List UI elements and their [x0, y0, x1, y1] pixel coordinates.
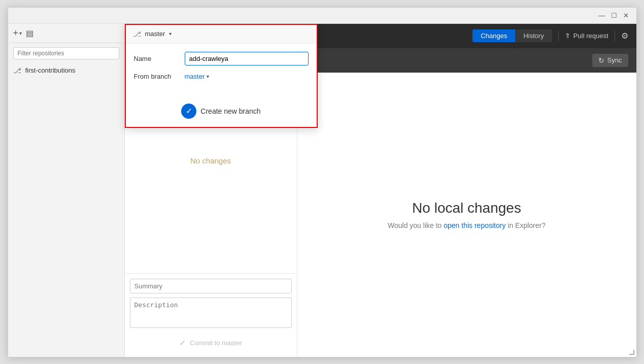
minimize-button[interactable]: — — [596, 9, 608, 21]
tab-changes[interactable]: Changes — [472, 29, 515, 42]
commit-area: ✓ Commit to master — [125, 273, 297, 357]
from-branch-label: From branch — [134, 73, 180, 80]
open-repository-link[interactable]: open this repository — [444, 221, 505, 229]
pull-request-label: Pull request — [573, 32, 608, 40]
name-label: Name — [134, 55, 180, 62]
close-button[interactable]: ✕ — [620, 9, 632, 21]
dropdown-caret-icon: ▾ — [169, 31, 172, 37]
repo-icon: ⎇ — [13, 67, 21, 75]
sync-button[interactable]: ↻ Sync — [592, 54, 628, 67]
repo-name-label: first-contributions — [25, 67, 76, 74]
name-form-row: Name — [134, 52, 309, 65]
dropdown-branch-icon: ⎇ — [133, 30, 141, 38]
no-local-sub-before: Would you like to — [388, 221, 444, 229]
create-branch-footer: ✓ Create new branch — [126, 98, 317, 127]
dropdown-master-label: master — [145, 30, 165, 38]
maximize-button[interactable]: ☐ — [608, 9, 620, 21]
no-local-changes-subtitle: Would you like to open this repository i… — [388, 221, 546, 229]
settings-button[interactable]: ⚙ — [621, 31, 628, 41]
sidebar: + ▾ ▤ ⎇ first-contributions — [8, 24, 125, 357]
summary-input[interactable] — [130, 279, 292, 293]
repository-item-first-contributions[interactable]: ⎇ first-contributions — [8, 63, 124, 78]
sync-icon: ↻ — [598, 56, 604, 64]
dropdown-body: Name From branch master ▾ — [126, 44, 317, 98]
sync-label: Sync — [607, 56, 622, 64]
caret-icon: ▾ — [19, 30, 22, 36]
divider — [558, 31, 559, 41]
from-branch-value-label: master — [185, 73, 205, 80]
create-branch-check-icon: ✓ — [181, 104, 196, 119]
main-layout: + ▾ ▤ ⎇ first-contributions ⎇ master ▾ — [8, 24, 636, 357]
right-panel: ↻ Sync No local changes Would you like t… — [297, 48, 636, 357]
titlebar: — ☐ ✕ — [8, 8, 636, 24]
create-new-branch-button[interactable]: ✓ Create new branch — [181, 104, 260, 119]
pull-request-icon: ⇑ — [565, 32, 570, 40]
filter-repositories-input[interactable] — [13, 47, 119, 59]
from-branch-caret-icon: ▾ — [207, 74, 209, 79]
commit-button[interactable]: ✓ Commit to master — [130, 334, 292, 352]
branch-name-input[interactable] — [185, 52, 309, 65]
pull-request-button[interactable]: ⇑ Pull request — [565, 32, 608, 40]
description-input[interactable] — [130, 297, 292, 328]
plus-icon: + — [13, 28, 19, 39]
resize-handle[interactable] — [629, 350, 634, 355]
no-local-changes-title: No local changes — [412, 200, 521, 216]
add-repository-button[interactable]: + ▾ — [13, 28, 22, 39]
create-branch-label: Create new branch — [200, 107, 260, 115]
from-branch-row: From branch master ▾ — [134, 73, 309, 80]
tab-history[interactable]: History — [515, 29, 552, 42]
divider2 — [615, 31, 615, 41]
no-local-sub-after: in Explorer? — [505, 221, 546, 229]
right-subbar: ↻ Sync — [297, 48, 636, 73]
content-area: ⎇ master ▾ Changes History ⇑ Pull reques… — [125, 24, 636, 357]
branch-dropdown: ⎇ master ▾ Name From branch master ▾ — [125, 24, 318, 128]
app-window: — ☐ ✕ + ▾ ▤ ⎇ first-contributions — [8, 7, 637, 357]
right-content: No local changes Would you like to open … — [297, 73, 636, 357]
sidebar-toggle-button[interactable]: ▤ — [26, 28, 33, 38]
commit-check-icon: ✓ — [179, 338, 186, 348]
from-branch-selector[interactable]: master ▾ — [185, 73, 210, 80]
dropdown-header: ⎇ master ▾ — [126, 25, 317, 44]
sidebar-top: + ▾ ▤ — [8, 24, 124, 43]
toolbar-right: Changes History ⇑ Pull request ⚙ — [472, 29, 628, 42]
tab-group: Changes History — [472, 29, 552, 42]
commit-label: Commit to master — [190, 339, 242, 347]
